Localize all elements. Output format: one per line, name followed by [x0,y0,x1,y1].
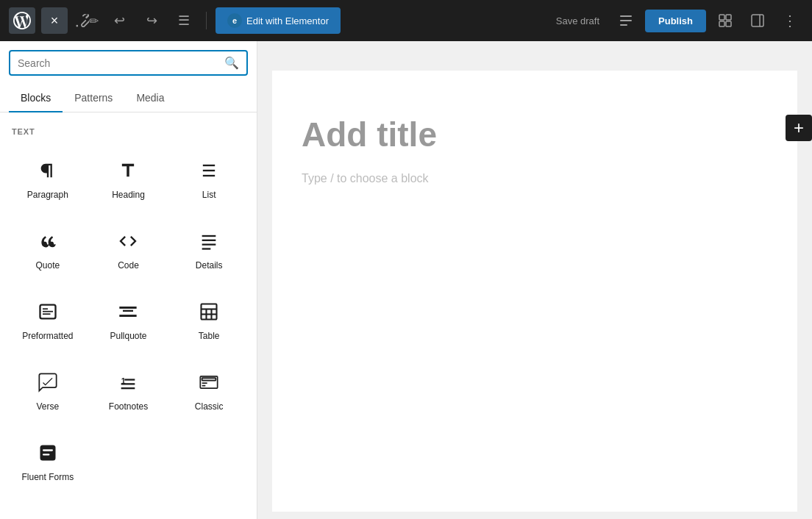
view-toggle-icon [718,13,733,28]
classic-icon [196,369,222,395]
block-item-quote[interactable]: Quote [9,215,87,283]
svg-rect-19 [43,313,51,315]
svg-rect-21 [120,315,137,317]
pullquote-label: Pullquote [110,331,146,341]
tools-button[interactable]: ✏ [74,7,100,34]
tab-media[interactable]: Media [124,85,176,112]
details-label: Details [196,260,223,271]
paragraph-icon [35,157,61,184]
list-view-button[interactable]: ☰ [171,7,197,34]
search-input-wrapper[interactable]: 🔍 [9,50,248,76]
tabs-bar: Blocks Patterns Media [0,85,257,112]
close-button[interactable]: × [41,7,68,34]
svg-rect-31 [121,387,135,389]
sidebar: 🔍 Blocks Patterns Media TEXT Paragraph [0,41,257,519]
preformatted-label: Preformatted [22,331,73,341]
svg-rect-5 [719,21,724,26]
table-label: Table [199,331,220,341]
heading-icon [115,157,141,184]
screen-options-icon [619,13,633,28]
block-item-pullquote[interactable]: Pullquote [90,286,168,354]
block-item-table[interactable]: Table [170,286,248,354]
svg-rect-29 [125,379,135,380]
heading-label: Heading [112,190,145,200]
tools-icon [76,14,89,27]
block-item-footnotes[interactable]: 1 Footnotes [90,357,168,424]
blocks-grid: Paragraph Heading List [9,145,248,495]
block-item-fluent-forms[interactable]: Fluent Forms [9,427,87,495]
classic-label: Classic [195,401,224,412]
edit-elementor-button[interactable]: e Edit with Elementor [216,7,341,34]
toolbar-divider [206,12,207,29]
block-item-heading[interactable]: Heading [90,145,168,212]
svg-rect-7 [752,15,763,26]
content-area: Add title Type / to choose a block + [257,41,812,519]
svg-rect-12 [202,235,216,237]
redo-button[interactable]: ↪ [138,7,165,34]
save-draft-button[interactable]: Save draft [549,11,607,31]
svg-rect-1 [620,20,632,21]
block-item-verse[interactable]: Verse [9,357,87,424]
fluent-forms-label: Fluent Forms [21,472,74,482]
list-icon [196,157,222,184]
svg-rect-18 [43,311,53,312]
view-toggle-button[interactable] [712,7,738,34]
verse-label: Verse [36,401,59,412]
svg-rect-17 [43,308,48,309]
redo-icon: ↪ [146,12,157,29]
undo-icon: ↩ [114,12,125,29]
svg-rect-15 [202,248,211,249]
undo-button[interactable]: ↩ [106,7,132,34]
svg-rect-13 [202,240,216,241]
block-item-classic[interactable]: Classic [170,357,248,424]
tab-blocks[interactable]: Blocks [9,85,63,112]
svg-rect-22 [123,310,133,312]
add-block-button[interactable]: + [786,115,812,141]
title-placeholder[interactable]: Add title [302,115,768,154]
block-item-code[interactable]: Code [90,215,168,283]
details-icon [196,228,222,254]
verse-icon [35,369,61,395]
elementor-icon: e [227,13,242,28]
list-label: List [202,190,216,200]
block-hint: Type / to choose a block [302,172,768,185]
block-item-details[interactable]: Details [170,215,248,283]
svg-rect-10 [203,170,215,171]
screen-options-button[interactable] [613,7,639,34]
text-section-label: TEXT [9,121,248,145]
svg-rect-3 [719,15,724,20]
tab-patterns[interactable]: Patterns [63,85,124,112]
svg-rect-30 [121,383,135,384]
quote-label: Quote [35,260,60,271]
block-item-list[interactable]: List [170,145,248,212]
wp-logo-icon [13,12,31,29]
pullquote-icon [115,298,141,325]
block-item-preformatted[interactable]: Preformatted [9,286,87,354]
svg-rect-39 [43,454,49,455]
list-view-icon: ☰ [178,12,190,29]
editor-canvas: Add title Type / to choose a block + [272,71,797,512]
search-input[interactable] [18,57,218,69]
search-icon: 🔍 [224,56,239,70]
preformatted-icon [35,298,61,325]
code-icon [115,228,141,254]
sidebar-toggle-button[interactable] [744,7,771,34]
svg-rect-0 [620,15,632,17]
svg-rect-11 [203,175,215,176]
footnotes-label: Footnotes [109,401,148,412]
wp-logo[interactable] [9,7,35,34]
paragraph-label: Paragraph [27,190,68,200]
search-area: 🔍 [0,41,257,85]
more-icon: ⋮ [783,12,797,29]
svg-rect-9 [203,165,215,166]
publish-button[interactable]: Publish [645,10,706,32]
block-item-paragraph[interactable]: Paragraph [9,145,87,212]
table-icon [196,298,222,325]
footnotes-icon: 1 [115,369,141,395]
quote-icon [35,228,61,254]
svg-rect-14 [202,244,216,246]
svg-rect-6 [726,21,731,26]
more-options-button[interactable]: ⋮ [777,7,803,34]
blocks-content: TEXT Paragraph Heading [0,112,257,519]
svg-rect-4 [726,15,731,20]
